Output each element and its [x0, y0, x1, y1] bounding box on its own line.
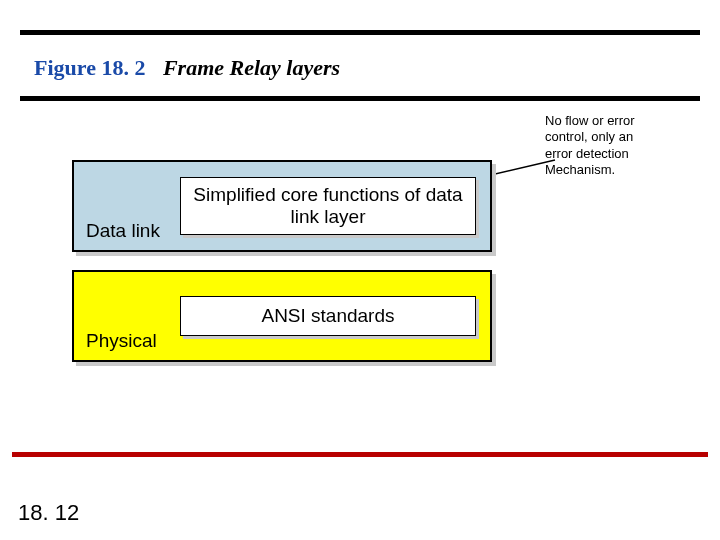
annotation-line: error detection: [545, 146, 710, 162]
layer-datalink: Data link Simplified core functions of d…: [72, 160, 492, 252]
layer-datalink-label: Data link: [86, 220, 160, 242]
slide-container: Figure 18. 2 Frame Relay layers No flow …: [0, 0, 720, 540]
divider-bottom: [12, 452, 708, 457]
divider-mid: [20, 96, 700, 101]
divider-top: [20, 30, 700, 35]
layer-physical-inner: ANSI standards: [180, 296, 476, 336]
layer-physical: Physical ANSI standards: [72, 270, 492, 362]
page-number: 18. 12: [18, 500, 79, 526]
figure-number: Figure 18. 2: [34, 55, 145, 80]
annotation-line: control, only an: [545, 129, 710, 145]
annotation-line: Mechanism.: [545, 162, 710, 178]
layer-physical-label: Physical: [86, 330, 157, 352]
figure-caption: Figure 18. 2 Frame Relay layers: [34, 55, 340, 81]
annotation-note: No flow or error control, only an error …: [540, 110, 711, 181]
annotation-line: No flow or error: [545, 113, 710, 129]
layer-datalink-inner: Simplified core functions of data link l…: [180, 177, 476, 235]
figure-title: Frame Relay layers: [151, 55, 340, 80]
